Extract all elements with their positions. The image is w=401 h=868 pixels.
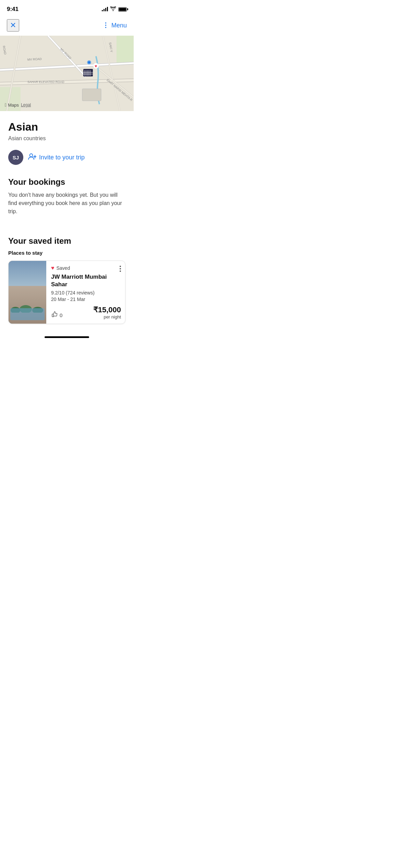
status-time: 9:41 (7, 6, 19, 13)
thumbs-up-icon (51, 311, 58, 320)
more-dot-icon (120, 266, 121, 267)
add-person-icon (28, 153, 36, 162)
svg-rect-21 (82, 89, 101, 101)
map-view[interactable]: MV ROAD MV ROAD SAHAR ELEVATED ROAD ROAD… (0, 36, 134, 111)
more-dot-icon (120, 268, 121, 269)
svg-point-34 (30, 154, 33, 157)
svg-point-33 (88, 61, 90, 63)
saved-section: Places to stay ♥ Saved JW Ma (0, 250, 134, 332)
invite-label: Invite to your trip (39, 154, 85, 161)
close-icon: ✕ (10, 22, 16, 29)
map-attribution:  Maps Legal (5, 102, 31, 108)
wifi-icon (110, 6, 116, 12)
likes-row: 0 (51, 311, 62, 320)
hotel-details: ♥ Saved JW Marriott Mumbai Sahar 9.2/10 … (46, 261, 125, 324)
hotel-card[interactable]: ♥ Saved JW Marriott Mumbai Sahar 9.2/10 … (8, 261, 125, 324)
svg-text:SAHAR ELEVATED ROAD: SAHAR ELEVATED ROAD (27, 80, 64, 84)
status-icons (102, 6, 127, 12)
apple-logo-icon:  (5, 102, 7, 108)
members-row: SJ Invite to your trip (8, 150, 125, 165)
page-header: ✕ ··· Menu (0, 16, 134, 36)
svg-text:♥: ♥ (95, 64, 97, 69)
close-button[interactable]: ✕ (7, 19, 19, 32)
trip-subtitle: Asian countries (8, 135, 125, 142)
bookings-title: Your bookings (8, 177, 125, 187)
price-block: ₹15,000 per night (93, 305, 121, 320)
hotel-footer: 0 ₹15,000 per night (51, 305, 121, 320)
more-dot-icon (120, 270, 121, 272)
avatar: SJ (8, 150, 23, 165)
hotel-dates: 20 Mar - 21 Mar (51, 297, 121, 302)
hotel-image (9, 261, 46, 324)
saved-section-title: Your saved item (8, 236, 125, 246)
home-bar (45, 336, 89, 338)
trip-title: Asian (8, 121, 125, 133)
hotel-rating: 9.2/10 (724 reviews) (51, 290, 121, 296)
svg-rect-1 (117, 36, 134, 63)
signal-icon (102, 7, 108, 11)
saved-label: Saved (57, 265, 70, 271)
battery-icon (118, 7, 127, 12)
places-label: Places to stay (8, 250, 125, 256)
price-value: ₹15,000 (93, 305, 121, 314)
menu-dots-icon: ··· (102, 22, 109, 29)
saved-badge-row: ♥ Saved (51, 265, 121, 271)
maps-label: Maps (8, 103, 19, 108)
invite-button[interactable]: Invite to your trip (28, 153, 85, 162)
hotel-name: JW Marriott Mumbai Sahar (51, 273, 121, 288)
price-unit: per night (93, 314, 121, 320)
menu-button[interactable]: ··· Menu (102, 22, 127, 29)
main-content: Asian Asian countries SJ Invite to your … (0, 111, 134, 246)
heart-saved-icon: ♥ (51, 265, 54, 271)
status-bar: 9:41 (0, 0, 134, 16)
legal-link[interactable]: Legal (21, 103, 31, 107)
menu-label: Menu (111, 22, 127, 29)
home-indicator (0, 332, 134, 341)
more-options-button[interactable] (118, 264, 122, 273)
likes-count: 0 (60, 312, 62, 318)
bookings-empty-message: You don't have any bookings yet. But you… (8, 191, 125, 216)
